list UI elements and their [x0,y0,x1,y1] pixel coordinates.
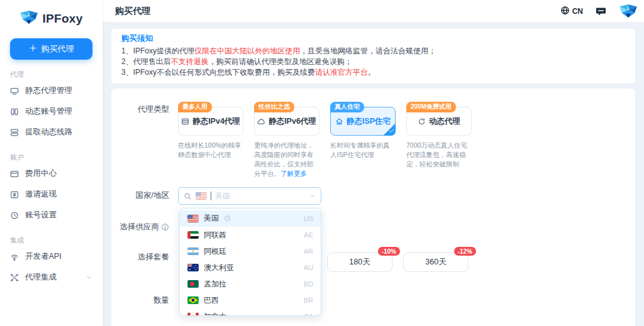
proxy-type-cards: 最多人用静态IPv4代理在线时长100%的独享静态数据中心代理性价比之选静态IP… [178,101,635,178]
proxy-type-name: 静态IPv6代理 [269,116,316,127]
flag-ca-icon [187,313,199,316]
check-icon [389,128,394,135]
country-code: BD [304,280,313,288]
purchase-notice-line: 3、IPFoxy不会以任何形式向您线下收取费用，购买及续费请认准官方平台。 [121,67,625,78]
api-icon [10,253,19,261]
country-option-us[interactable]: 美国US [180,210,321,227]
sidebar-item-billing-center[interactable]: 费用中心 [0,163,103,184]
buy-proxy-button-label: 购买代理 [42,43,74,55]
proxy-type-label: 代理类型 [121,101,169,115]
flag-ae-icon [187,231,199,239]
brand-logo: IPFoxy [0,0,103,33]
sidebar-item-proxy-integration[interactable]: 代理集成 [0,267,103,288]
sidebar-item-label: 静态代理管理 [25,85,72,96]
sidebar-nav: 代理静态代理管理动态账号管理提取动态线路账户费用中心邀请返现账号设置集成开发者A… [0,70,103,288]
flag-br-icon [187,296,199,304]
country-option-bd[interactable]: 孟加拉BD [180,276,321,292]
purchase-notice: 购买须知 1、IPFoxy提供的代理仅限在中国大陆以外的地区使用，且受当地网络监… [111,29,635,84]
country-option-au[interactable]: 澳大利亚AU [180,259,321,276]
proxy-type-column: 性价比之选静态IPv6代理更纯净的代理地址，高度隐匿的同时享有高性价比，仅支持部… [254,107,319,178]
language-label: CN [572,7,583,16]
purchase-notice-lines: 1、IPFoxy提供的代理仅限在中国大陆以外的地区使用，且受当地网络监管，请合法… [121,46,625,78]
plus-icon [29,44,37,54]
country-option-ar[interactable]: 阿根廷AR [180,243,321,259]
chevron-up-icon [309,193,316,200]
support-chat-icon[interactable] [596,6,606,16]
proxy-type-card-ipv6[interactable]: 性价比之选静态IPv6代理 [254,107,319,136]
proxy-type-card-isp[interactable]: 真人住宅静态ISP住宅 [330,107,396,136]
flag-bd-icon [187,280,199,288]
country-select-input[interactable]: 美国 [178,187,321,205]
sidebar-item-label: 开发者API [25,251,62,262]
country-dropdown: 美国US阿联酋AE阿根廷AR澳大利亚AU孟加拉BD巴西BR加拿大CA [179,208,321,316]
notice-text: 。 [368,68,375,77]
topbar-actions: CN [560,4,635,18]
country-code: US [304,215,313,222]
page-title: 购买代理 [115,6,150,17]
proxy-type-column: 真人住宅静态ISP住宅长时间专属独享的真人ISP住宅代理 [330,107,396,178]
quantity-label: 数量 [121,292,169,306]
user-avatar[interactable] [619,4,638,18]
supplier-label: 选择供应商 [121,219,169,232]
selected-country-ghost: 美国 [215,191,230,202]
buy-proxy-button[interactable]: 购买代理 [10,38,92,60]
sidebar-item-account-settings[interactable]: 账号设置 [0,205,103,225]
sidebar-item-extract-lines[interactable]: 提取动态线路 [0,122,103,143]
proxy-type-description: 在线时长100%的独享静态数据中心代理 [178,141,243,160]
proxy-type-card-ipv4[interactable]: 最多人用静态IPv4代理 [178,107,243,136]
plan-options: 180天-10%360天-12% [327,249,635,272]
country-code: AU [304,264,313,271]
sidebar-item-label: 费用中心 [25,168,57,179]
proxy-type-description: 更纯净的代理地址，高度隐匿的同时享有高性价比，仅支持部分平台。了解更多 [254,141,319,178]
settings-icon [10,211,19,220]
notice-highlight: 不支持退换 [171,57,209,66]
flag-au-icon [187,264,199,271]
country-option-ae[interactable]: 阿联酋AE [180,227,321,243]
notice-highlight: 仅限在中国大陆以外的地区使用 [194,46,300,55]
proxy-type-badge: 最多人用 [178,102,212,112]
proxy-type-desc-text: 7000万动态真人住宅代理流量包，高速稳定，轻松突破限制 [406,141,467,168]
country-name: 加拿大 [204,312,226,317]
brand-name: IPFoxy [42,12,82,26]
plan-option-180[interactable]: 180天-10% [327,253,392,272]
sidebar-item-label: 账号设置 [25,210,57,220]
sidebar-item-static-proxy[interactable]: 静态代理管理 [0,80,103,101]
search-icon [184,192,192,200]
row-country: 国家/地区 美国 美国US阿联酋AE阿根廷AR澳大利亚AU孟加拉BD巴西BR加拿… [111,187,635,205]
sidebar-item-label: 动态账号管理 [25,106,72,117]
sidebar-section-label: 代理 [10,70,103,79]
flag-us-icon [187,215,199,222]
notice-text: ，且受当地网络监管，请合法合规使用； [300,46,436,55]
info-icon[interactable] [161,223,169,231]
country-option-ca[interactable]: 加拿大CA [180,308,321,316]
plan-label: 180天 [349,257,370,268]
sidebar: IPFoxy 购买代理 代理静态代理管理动态账号管理提取动态线路账户费用中心邀请… [0,0,103,326]
learn-more-link[interactable]: 了解更多 [280,170,307,177]
language-switcher[interactable]: CN [560,6,583,17]
sidebar-item-developer-api[interactable]: 开发者API [0,246,103,267]
country-name: 孟加拉 [204,279,226,290]
clock-icon [224,215,231,222]
country-name: 阿根廷 [204,246,226,257]
plan-label: 360天 [425,257,446,268]
notice-text: 1、IPFoxy提供的代理 [121,46,194,55]
flag-ar-icon [187,247,199,255]
sidebar-section-label: 账户 [10,153,103,162]
notice-text: 2、代理售出后 [121,57,171,66]
country-option-br[interactable]: 巴西BR [180,292,321,308]
purchase-notice-line: 1、IPFoxy提供的代理仅限在中国大陆以外的地区使用，且受当地网络监管，请合法… [121,46,625,57]
proxy-type-badge: 性价比之选 [254,102,294,112]
home-icon [335,117,343,126]
cloud-icon [257,117,265,126]
chevron-down-icon [86,274,92,281]
discount-badge: -10% [378,247,400,256]
topbar: 购买代理 CN [103,0,644,23]
plan-option-360[interactable]: 360天-12% [403,253,469,272]
fox-logo-icon [19,10,38,27]
proxy-type-column: 最多人用静态IPv4代理在线时长100%的独享静态数据中心代理 [178,107,243,178]
row-proxy-type: 代理类型 最多人用静态IPv4代理在线时长100%的独享静态数据中心代理性价比之… [111,101,635,178]
sidebar-item-dynamic-account[interactable]: 动态账号管理 [0,101,103,122]
purchase-notice-title: 购买须知 [121,33,625,44]
proxy-type-card-dynamic[interactable]: 200M免费试用动态代理 [406,107,472,136]
sidebar-item-invite-cashback[interactable]: 邀请返现 [0,184,103,205]
